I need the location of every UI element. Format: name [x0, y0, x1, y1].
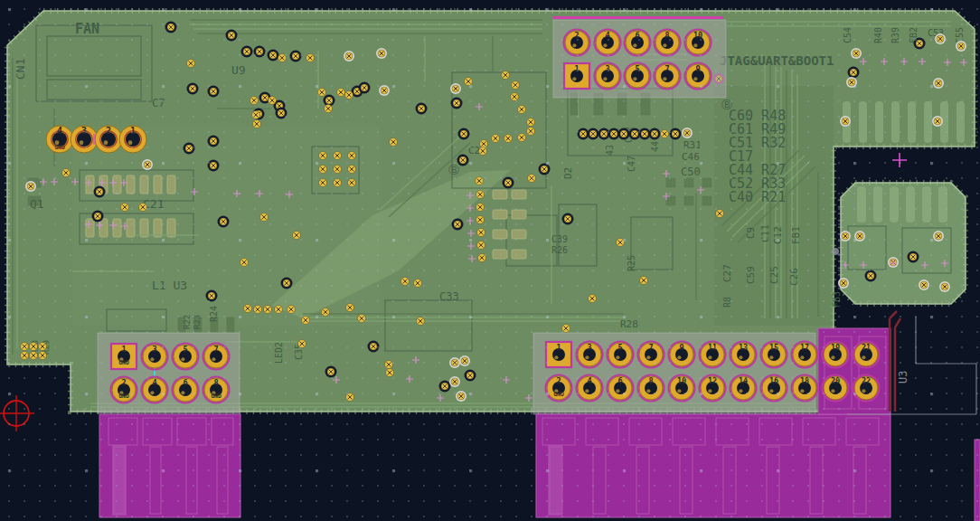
- via[interactable]: [346, 304, 354, 312]
- via[interactable]: [670, 128, 682, 140]
- smd-pad[interactable]: [683, 195, 694, 206]
- through-hole-pad[interactable]: 4: [577, 375, 603, 402]
- via[interactable]: [527, 118, 535, 127]
- via[interactable]: [276, 108, 287, 119]
- via[interactable]: [848, 67, 860, 79]
- via[interactable]: [346, 393, 354, 402]
- via[interactable]: [39, 352, 47, 360]
- through-hole-pad[interactable]: 1: [546, 342, 571, 367]
- via[interactable]: [492, 135, 500, 143]
- smd-pad[interactable]: [512, 230, 526, 239]
- via[interactable]: [241, 46, 253, 58]
- via[interactable]: [851, 48, 862, 59]
- via[interactable]: [480, 140, 488, 148]
- through-hole-pad[interactable]: 1: [119, 126, 146, 153]
- via[interactable]: [260, 213, 269, 222]
- via[interactable]: [518, 134, 526, 142]
- through-hole-pad[interactable]: 19: [823, 342, 849, 368]
- via[interactable]: [589, 295, 597, 303]
- via[interactable]: [562, 213, 574, 225]
- via[interactable]: [39, 343, 47, 351]
- smd-pad[interactable]: [873, 186, 882, 223]
- silk-text[interactable]: C26: [788, 268, 800, 286]
- connector-body-overlay[interactable]: [536, 414, 890, 517]
- smd-pad[interactable]: [226, 317, 235, 333]
- via[interactable]: [92, 211, 104, 223]
- silk-text[interactable]: C27: [721, 264, 733, 282]
- via[interactable]: [840, 116, 851, 127]
- via[interactable]: [478, 254, 486, 262]
- via[interactable]: [250, 97, 259, 105]
- via[interactable]: [334, 166, 342, 174]
- through-hole-pad[interactable]: 5: [173, 344, 199, 370]
- via[interactable]: [240, 259, 249, 267]
- connector-body-overlay[interactable]: [818, 328, 890, 414]
- via[interactable]: [502, 71, 510, 80]
- via[interactable]: [939, 281, 950, 292]
- via[interactable]: [325, 366, 337, 378]
- via[interactable]: [21, 352, 29, 360]
- smd-pad[interactable]: [702, 177, 712, 188]
- via[interactable]: [935, 33, 946, 44]
- through-hole-pad[interactable]: 7: [638, 342, 664, 368]
- smd-pad[interactable]: [127, 219, 135, 237]
- via[interactable]: [479, 147, 487, 156]
- through-hole-pad[interactable]: 15: [761, 342, 787, 368]
- via[interactable]: [640, 277, 648, 285]
- via[interactable]: [139, 204, 147, 212]
- silk-text[interactable]: C7: [152, 97, 165, 109]
- via[interactable]: [458, 128, 470, 140]
- via[interactable]: [716, 210, 724, 218]
- via[interactable]: [618, 128, 630, 140]
- via[interactable]: [94, 186, 106, 198]
- silk-text[interactable]: C59: [745, 266, 757, 284]
- through-hole-pad[interactable]: 6: [608, 375, 634, 402]
- silk-text[interactable]: Ⓑ: [448, 164, 459, 176]
- through-hole-pad[interactable]: 7: [203, 344, 230, 370]
- through-hole-pad[interactable]: 21: [853, 342, 880, 368]
- connector-body-overlay[interactable]: [975, 440, 980, 521]
- via[interactable]: [504, 135, 513, 143]
- via[interactable]: [477, 242, 485, 250]
- through-hole-pad[interactable]: 3: [142, 344, 168, 370]
- smd-pad[interactable]: [86, 219, 94, 237]
- via[interactable]: [218, 216, 230, 228]
- via[interactable]: [319, 166, 327, 174]
- silk-text[interactable]: FAN: [75, 21, 99, 37]
- silk-text[interactable]: C25: [768, 266, 780, 284]
- silk-text[interactable]: C39: [551, 234, 568, 244]
- via[interactable]: [933, 78, 944, 89]
- smd-pad[interactable]: [140, 175, 148, 194]
- via[interactable]: [344, 51, 354, 62]
- via[interactable]: [865, 270, 877, 282]
- via[interactable]: [527, 128, 535, 136]
- via[interactable]: [476, 191, 485, 199]
- via[interactable]: [187, 83, 199, 95]
- through-hole-pad[interactable]: 4: [595, 30, 621, 56]
- via[interactable]: [318, 89, 326, 97]
- smd-pad[interactable]: [702, 195, 712, 206]
- smd-pad[interactable]: [859, 101, 867, 143]
- smd-pad[interactable]: [140, 219, 148, 237]
- through-hole-pad[interactable]: 2: [95, 126, 122, 153]
- through-hole-pad[interactable]: 3: [577, 342, 603, 368]
- through-hole-pad[interactable]: 4GND: [46, 126, 73, 153]
- pcb-render[interactable]: FANCN1C7U9Q1C21L1 U3R22R23R24R30R29LED2C…: [0, 0, 980, 521]
- via[interactable]: [452, 219, 464, 231]
- via[interactable]: [838, 278, 849, 289]
- silk-text[interactable]: C40 R21: [729, 189, 786, 205]
- silk-text[interactable]: C50: [681, 166, 701, 178]
- silk-text[interactable]: D2: [562, 167, 574, 179]
- through-hole-pad[interactable]: 10: [685, 30, 711, 56]
- via[interactable]: [337, 89, 345, 97]
- via[interactable]: [682, 128, 693, 138]
- through-hole-pad[interactable]: 3: [595, 63, 621, 90]
- smd-pad[interactable]: [908, 101, 916, 143]
- via[interactable]: [334, 179, 342, 187]
- via[interactable]: [165, 22, 177, 33]
- through-hole-pad[interactable]: 2: [564, 30, 590, 56]
- via[interactable]: [390, 138, 398, 147]
- via[interactable]: [253, 120, 261, 128]
- via[interactable]: [914, 38, 926, 50]
- silk-text[interactable]: C46: [682, 151, 700, 163]
